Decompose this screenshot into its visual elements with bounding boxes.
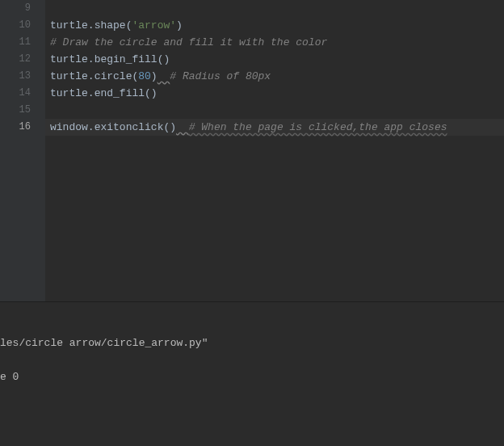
code-editor[interactable]: 910111213141516 turtle.shape('arrow')# D…: [0, 0, 504, 301]
code-token-comment: # Draw the circle and fill it with the c…: [50, 36, 327, 48]
code-token-dot: .: [88, 121, 94, 133]
code-line[interactable]: turtle.shape('arrow'): [45, 17, 504, 34]
code-token-paren: (): [163, 121, 176, 133]
code-token-paren: ): [151, 70, 158, 82]
code-token-obj: turtle: [50, 70, 88, 82]
code-line[interactable]: # Draw the circle and fill it with the c…: [45, 34, 504, 51]
code-token-obj: turtle: [50, 19, 88, 32]
line-number: 12: [0, 51, 45, 68]
code-token-dot: .: [88, 87, 94, 99]
line-number: 9: [0, 0, 45, 17]
code-token-string: 'arrow': [132, 19, 176, 32]
code-line[interactable]: turtle.circle(80) # Radius of 80px: [45, 68, 504, 85]
line-number: 14: [0, 85, 45, 102]
code-token-dot: .: [88, 70, 94, 82]
terminal-output-line: e 0: [0, 368, 504, 385]
code-content[interactable]: turtle.shape('arrow')# Draw the circle a…: [45, 0, 504, 301]
code-token-paren: (): [158, 53, 170, 65]
code-token-number: 80: [138, 70, 151, 82]
line-number: 16: [0, 119, 45, 136]
code-token-squiggle: [158, 70, 170, 82]
code-token-method: shape: [94, 19, 126, 32]
code-token-comment-underline: # When the page is clicked,the app close…: [189, 121, 447, 133]
code-line[interactable]: turtle.end_fill(): [45, 85, 504, 102]
code-token-obj: window: [50, 121, 88, 133]
code-token-method: circle: [94, 70, 132, 82]
line-number: 10: [0, 17, 45, 34]
code-token-comment: # Radius of 80px: [170, 70, 271, 82]
line-number: 13: [0, 68, 45, 85]
code-token-method: exitonclick: [94, 121, 164, 133]
code-token-method: end_fill: [94, 87, 145, 99]
code-line[interactable]: window.exitonclick() # When the page is …: [45, 119, 504, 136]
code-token-dot: .: [88, 19, 94, 32]
code-token-squiggle: [176, 121, 189, 133]
terminal-output-line: [0, 351, 504, 368]
code-token-paren: ): [176, 19, 183, 32]
code-line[interactable]: [45, 102, 504, 119]
code-line[interactable]: turtle.begin_fill(): [45, 51, 504, 68]
terminal-panel[interactable]: les/circle arrow/circle_arrow.py" e 0: [0, 301, 504, 446]
line-number: 15: [0, 102, 45, 119]
code-token-method: begin_fill: [94, 53, 158, 65]
code-token-obj: turtle: [50, 53, 88, 65]
code-token-obj: turtle: [50, 87, 88, 99]
code-token-paren: (): [145, 87, 158, 99]
line-number-gutter: 910111213141516: [0, 0, 45, 301]
code-line[interactable]: [45, 0, 504, 17]
code-token-dot: .: [88, 53, 94, 65]
terminal-output-line: les/circle arrow/circle_arrow.py": [0, 334, 504, 351]
line-number: 11: [0, 34, 45, 51]
